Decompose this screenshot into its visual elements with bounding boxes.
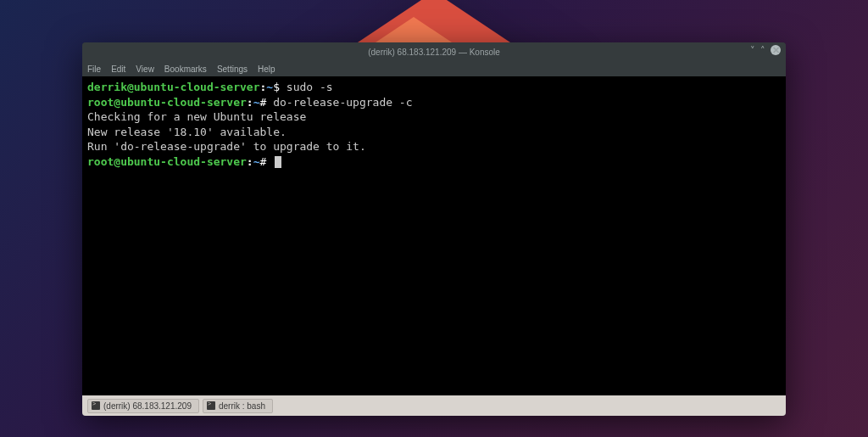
close-button[interactable]: ✕ bbox=[771, 45, 781, 55]
prompt-user: derrik@ubuntu-cloud-server bbox=[87, 81, 260, 93]
minimize-button[interactable]: ˅ bbox=[750, 46, 755, 55]
terminal-line: derrik@ubuntu-cloud-server:~$ sudo -s bbox=[87, 80, 781, 95]
tab-label: derrik : bash bbox=[219, 401, 265, 411]
tab-label: (derrik) 68.183.121.209 bbox=[103, 401, 192, 411]
menu-settings[interactable]: Settings bbox=[217, 64, 248, 74]
titlebar[interactable]: (derrik) 68.183.121.209 — Konsole ˅ ˄ ✕ bbox=[82, 42, 786, 61]
prompt-symbol: # bbox=[260, 96, 274, 109]
tab-session-2[interactable]: derrik : bash bbox=[203, 399, 273, 413]
statusbar: (derrik) 68.183.121.209 derrik : bash bbox=[82, 395, 786, 416]
window-title: (derrik) 68.183.121.209 — Konsole bbox=[368, 48, 500, 57]
menu-view[interactable]: View bbox=[136, 64, 154, 74]
maximize-button[interactable]: ˄ bbox=[760, 46, 765, 55]
terminal-line: New release '18.10' available. bbox=[87, 125, 781, 140]
prompt-path: ~ bbox=[253, 155, 260, 168]
terminal-line: root@ubuntu-cloud-server:~# bbox=[87, 154, 781, 170]
prompt-user: root@ubuntu-cloud-server bbox=[87, 155, 247, 168]
command-text: do-release-upgrade -c bbox=[273, 96, 412, 109]
menu-bookmarks[interactable]: Bookmarks bbox=[164, 64, 207, 74]
prompt-user: root@ubuntu-cloud-server bbox=[87, 96, 247, 109]
menu-edit[interactable]: Edit bbox=[111, 64, 125, 74]
terminal-line: Run 'do-release-upgrade' to upgrade to i… bbox=[87, 139, 781, 154]
prompt-symbol: $ bbox=[273, 81, 287, 93]
menu-help[interactable]: Help bbox=[258, 64, 275, 74]
konsole-window: (derrik) 68.183.121.209 — Konsole ˅ ˄ ✕ … bbox=[82, 42, 786, 416]
terminal-icon bbox=[92, 401, 100, 410]
terminal-icon bbox=[207, 401, 215, 410]
menu-file[interactable]: File bbox=[87, 64, 101, 74]
tab-session-1[interactable]: (derrik) 68.183.121.209 bbox=[87, 399, 199, 413]
menubar: File Edit View Bookmarks Settings Help bbox=[82, 61, 786, 76]
prompt-path: ~ bbox=[266, 81, 273, 93]
terminal-line: Checking for a new Ubuntu release bbox=[87, 109, 781, 125]
window-controls: ˅ ˄ ✕ bbox=[750, 45, 781, 55]
prompt-symbol: # bbox=[260, 155, 274, 168]
prompt-path: ~ bbox=[253, 96, 260, 109]
terminal-line: root@ubuntu-cloud-server:~# do-release-u… bbox=[87, 95, 781, 110]
command-text: sudo -s bbox=[287, 81, 333, 93]
prompt-colon: : bbox=[247, 96, 253, 109]
cursor bbox=[275, 156, 281, 168]
prompt-colon: : bbox=[247, 155, 253, 168]
terminal-output[interactable]: derrik@ubuntu-cloud-server:~$ sudo -s ro… bbox=[82, 76, 786, 395]
